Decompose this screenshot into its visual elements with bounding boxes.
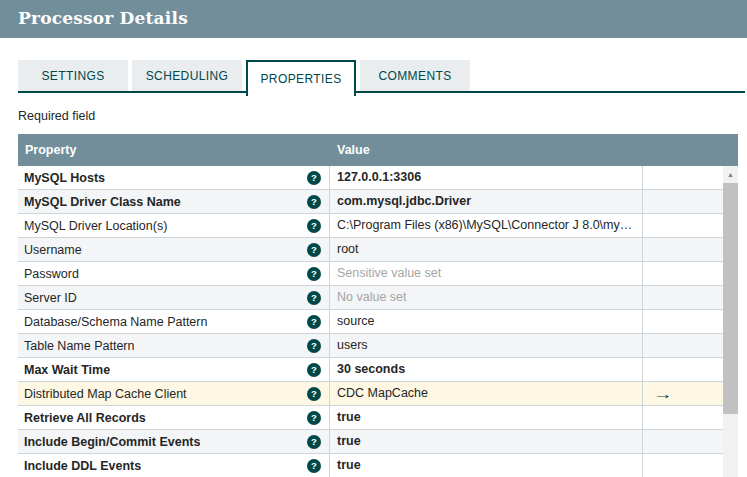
help-icon[interactable]: ? (307, 411, 321, 425)
table-row: Password?Sensitive value set (18, 262, 723, 286)
dialog-header: Processor Details (0, 0, 747, 38)
help-icon[interactable]: ? (307, 363, 321, 377)
help-icon[interactable]: ? (307, 459, 321, 473)
table-row: MySQL Driver Class Name?com.mysql.jdbc.D… (18, 190, 723, 214)
property-value-cell: Sensitive value set (330, 262, 643, 285)
goto-cell (643, 406, 723, 429)
goto-cell (643, 214, 723, 237)
table-row: MySQL Hosts?127.0.0.1:3306 (18, 166, 723, 190)
table-scrollbar[interactable]: ▲ (723, 166, 738, 477)
column-header-value: Value (337, 134, 370, 166)
table-row: Server ID?No value set (18, 286, 723, 310)
goto-cell (643, 166, 723, 189)
property-value-cell: com.mysql.jdbc.Driver (330, 190, 643, 213)
property-name-cell: Username? (18, 238, 330, 261)
property-name-cell: Max Wait Time? (18, 358, 330, 381)
property-value-cell: CDC MapCache (330, 382, 643, 405)
property-value-cell: 127.0.0.1:3306 (330, 166, 643, 189)
property-name-cell: MySQL Driver Location(s)? (18, 214, 330, 237)
property-name: MySQL Driver Class Name (24, 195, 181, 209)
tab-comments[interactable]: COMMENTS (360, 60, 470, 91)
help-icon[interactable]: ? (307, 435, 321, 449)
scrollbar-thumb[interactable] (723, 183, 738, 414)
table-row: Include Begin/Commit Events?true (18, 430, 723, 454)
goto-cell (643, 238, 723, 261)
property-name: MySQL Hosts (24, 171, 105, 185)
go-to-service-icon[interactable]: → (653, 386, 673, 401)
table-row: Include DDL Events?true (18, 454, 723, 477)
property-name: Server ID (24, 291, 77, 305)
property-value-cell: C:\Program Files (x86)\MySQL\Connector J… (330, 214, 643, 237)
tab-scheduling[interactable]: SCHEDULING (132, 60, 242, 91)
scroll-up-icon[interactable]: ▲ (723, 166, 738, 183)
help-icon[interactable]: ? (307, 339, 321, 353)
goto-cell (643, 358, 723, 381)
property-name: Retrieve All Records (24, 411, 146, 425)
goto-cell (643, 190, 723, 213)
goto-cell (643, 454, 723, 477)
property-name-cell: MySQL Driver Class Name? (18, 190, 330, 213)
property-name-cell: MySQL Hosts? (18, 166, 330, 189)
goto-cell (643, 334, 723, 357)
property-name-cell: Password? (18, 262, 330, 285)
property-value-cell: 30 seconds (330, 358, 643, 381)
property-name: Username (24, 243, 82, 257)
table-row: Database/Schema Name Pattern?source (18, 310, 723, 334)
property-name-cell: Server ID? (18, 286, 330, 309)
property-value-cell: true (330, 454, 643, 477)
dialog-title: Processor Details (18, 8, 188, 28)
property-name: Include Begin/Commit Events (24, 435, 200, 449)
required-field-note: Required field (18, 109, 95, 123)
goto-cell (643, 262, 723, 285)
column-header-property: Property (25, 134, 76, 166)
property-name-cell: Retrieve All Records? (18, 406, 330, 429)
property-name-cell: Distributed Map Cache Client? (18, 382, 330, 405)
property-name: Password (24, 267, 79, 281)
property-name-cell: Table Name Pattern? (18, 334, 330, 357)
property-name-cell: Include Begin/Commit Events? (18, 430, 330, 453)
help-icon[interactable]: ? (307, 291, 321, 305)
goto-cell (643, 286, 723, 309)
table-row: Table Name Pattern?users (18, 334, 723, 358)
help-icon[interactable]: ? (307, 171, 321, 185)
property-name: Database/Schema Name Pattern (24, 315, 207, 329)
help-icon[interactable]: ? (307, 387, 321, 401)
property-name: Table Name Pattern (24, 339, 134, 353)
table-row: MySQL Driver Location(s)?C:\Program File… (18, 214, 723, 238)
table-row: Max Wait Time?30 seconds (18, 358, 723, 382)
property-name: Max Wait Time (24, 363, 110, 377)
property-name: Distributed Map Cache Client (24, 387, 187, 401)
help-icon[interactable]: ? (307, 267, 321, 281)
table-row: Username?root (18, 238, 723, 262)
property-value-cell: source (330, 310, 643, 333)
property-value-cell: root (330, 238, 643, 261)
goto-cell (643, 430, 723, 453)
goto-cell: → (643, 382, 723, 405)
property-value-cell: true (330, 406, 643, 429)
help-icon[interactable]: ? (307, 195, 321, 209)
help-icon[interactable]: ? (307, 243, 321, 257)
help-icon[interactable]: ? (307, 219, 321, 233)
table-row: Distributed Map Cache Client?CDC MapCach… (18, 382, 723, 406)
property-name: MySQL Driver Location(s) (24, 219, 167, 233)
table-row: Retrieve All Records?true (18, 406, 723, 430)
goto-cell (643, 310, 723, 333)
help-icon[interactable]: ? (307, 315, 321, 329)
tab-settings[interactable]: SETTINGS (18, 60, 128, 91)
tab-bar: SETTINGS SCHEDULING PROPERTIES COMMENTS (18, 60, 470, 96)
property-name-cell: Database/Schema Name Pattern? (18, 310, 330, 333)
property-name: Include DDL Events (24, 459, 141, 473)
property-value-cell: users (330, 334, 643, 357)
property-value-cell: No value set (330, 286, 643, 309)
properties-table-header: Property Value (18, 134, 738, 166)
property-name-cell: Include DDL Events? (18, 454, 330, 477)
property-value-cell: true (330, 430, 643, 453)
tab-properties[interactable]: PROPERTIES (246, 60, 356, 96)
properties-table-body-rows: MySQL Hosts?127.0.0.1:3306MySQL Driver C… (18, 166, 723, 477)
